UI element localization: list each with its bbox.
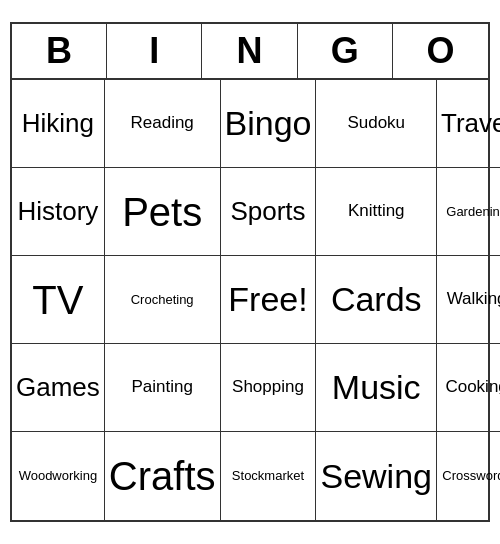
bingo-cell: Knitting	[316, 168, 437, 256]
cell-text: Sewing	[320, 456, 432, 497]
bingo-cell: Gardening	[437, 168, 500, 256]
bingo-cell: Sports	[221, 168, 317, 256]
header-letter: O	[393, 24, 488, 78]
cell-text: Travel	[441, 108, 500, 139]
cell-text: Cards	[331, 279, 422, 320]
bingo-cell: Crocheting	[105, 256, 221, 344]
header-letter: I	[107, 24, 202, 78]
bingo-cell: Sudoku	[316, 80, 437, 168]
bingo-cell: Sewing	[316, 432, 437, 520]
cell-text: Cooking	[445, 377, 500, 397]
cell-text: Painting	[131, 377, 192, 397]
cell-text: History	[17, 196, 98, 227]
bingo-cell: History	[12, 168, 105, 256]
bingo-card: BINGO HikingReadingBingoSudokuTravelHist…	[10, 22, 490, 522]
bingo-cell: Free!	[221, 256, 317, 344]
cell-text: Hiking	[22, 108, 94, 139]
cell-text: Sudoku	[347, 113, 405, 133]
bingo-cell: Reading	[105, 80, 221, 168]
bingo-cell: Stockmarket	[221, 432, 317, 520]
cell-text: Free!	[228, 279, 307, 320]
cell-text: Stockmarket	[232, 468, 304, 484]
cell-text: Shopping	[232, 377, 304, 397]
bingo-cell: Pets	[105, 168, 221, 256]
bingo-grid: HikingReadingBingoSudokuTravelHistoryPet…	[12, 80, 488, 520]
bingo-cell: Cooking	[437, 344, 500, 432]
cell-text: Reading	[130, 113, 193, 133]
cell-text: Woodworking	[19, 468, 98, 484]
bingo-cell: Shopping	[221, 344, 317, 432]
cell-text: Gardening	[446, 204, 500, 220]
cell-text: Games	[16, 372, 100, 403]
bingo-cell: Hiking	[12, 80, 105, 168]
cell-text: Bingo	[225, 103, 312, 144]
cell-text: Crocheting	[131, 292, 194, 308]
cell-text: Crafts	[109, 452, 216, 500]
bingo-header: BINGO	[12, 24, 488, 80]
cell-text: Knitting	[348, 201, 405, 221]
bingo-cell: Painting	[105, 344, 221, 432]
bingo-cell: Bingo	[221, 80, 317, 168]
header-letter: G	[298, 24, 393, 78]
bingo-cell: Music	[316, 344, 437, 432]
bingo-cell: Crosswords	[437, 432, 500, 520]
bingo-cell: Crafts	[105, 432, 221, 520]
bingo-cell: Cards	[316, 256, 437, 344]
bingo-cell: Woodworking	[12, 432, 105, 520]
cell-text: Sports	[230, 196, 305, 227]
cell-text: Crosswords	[442, 468, 500, 484]
cell-text: Walking	[447, 289, 500, 309]
bingo-cell: Games	[12, 344, 105, 432]
header-letter: N	[202, 24, 297, 78]
bingo-cell: Travel	[437, 80, 500, 168]
cell-text: Music	[332, 367, 421, 408]
bingo-cell: TV	[12, 256, 105, 344]
header-letter: B	[12, 24, 107, 78]
bingo-cell: Walking	[437, 256, 500, 344]
cell-text: TV	[32, 276, 83, 324]
cell-text: Pets	[122, 188, 202, 236]
